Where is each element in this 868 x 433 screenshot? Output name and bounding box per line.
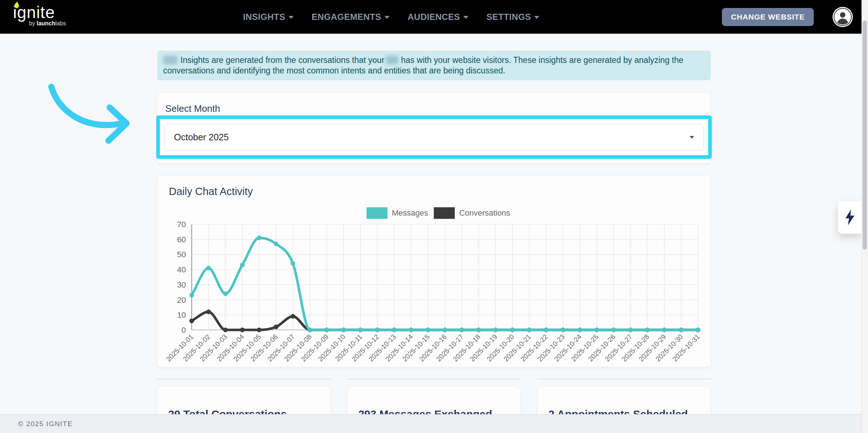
nav-item-engagements[interactable]: ENGAGEMENTS xyxy=(312,12,390,22)
nav-right-group: CHANGE WEBSITE xyxy=(722,0,853,34)
divider xyxy=(157,379,331,379)
svg-text:70: 70 xyxy=(177,220,186,229)
svg-text:30: 30 xyxy=(177,280,186,289)
select-month-card: Select Month October 2025 xyxy=(157,93,711,163)
dropdown-caret-icon xyxy=(690,136,694,139)
svg-text:0: 0 xyxy=(182,326,186,335)
highlight-box: October 2025 xyxy=(156,115,712,159)
chat-widget-tab[interactable] xyxy=(838,201,862,234)
nav-item-audiences[interactable]: AUDIENCES xyxy=(408,12,468,22)
line-chart[interactable]: 0102030405060702025-10-012025-10-022025-… xyxy=(157,211,711,362)
chevron-down-icon xyxy=(463,16,468,19)
change-website-button[interactable]: CHANGE WEBSITE xyxy=(722,8,814,26)
svg-text:60: 60 xyxy=(177,235,186,244)
banner-text: Insights are generated from the conversa… xyxy=(180,55,384,65)
divider xyxy=(537,379,711,379)
main-content: Insights are generated from the conversa… xyxy=(157,34,711,433)
footer: © 2025 IGNITE xyxy=(0,414,868,433)
chevron-down-icon xyxy=(289,16,294,19)
redacted-text xyxy=(386,56,398,64)
nav-item-settings[interactable]: SETTINGS xyxy=(486,12,539,22)
chart-title: Daily Chat Activity xyxy=(169,186,253,198)
divider xyxy=(348,379,521,379)
top-navbar: ignite by launchlabs INSIGHTS ENGAGEMENT… xyxy=(0,0,868,34)
nav-item-insights[interactable]: INSIGHTS xyxy=(243,12,294,22)
month-dropdown[interactable]: October 2025 xyxy=(164,124,704,150)
daily-chat-activity-card: Daily Chat Activity Messages Conversatio… xyxy=(157,176,711,367)
logo-wordmark: ignite xyxy=(13,4,66,21)
svg-text:10: 10 xyxy=(177,310,186,319)
redacted-text xyxy=(163,56,178,64)
ignite-logo[interactable]: ignite by launchlabs xyxy=(13,4,66,27)
svg-text:40: 40 xyxy=(177,265,186,274)
flame-icon xyxy=(13,1,20,9)
user-avatar[interactable] xyxy=(833,7,853,27)
tutorial-arrow-icon xyxy=(43,79,137,151)
svg-text:20: 20 xyxy=(177,296,186,305)
info-banner: Insights are generated from the conversa… xyxy=(157,51,711,80)
svg-text:50: 50 xyxy=(177,250,186,259)
nav-menu: INSIGHTS ENGAGEMENTS AUDIENCES SETTINGS xyxy=(243,0,539,34)
scrollbar[interactable] xyxy=(861,0,868,433)
chevron-down-icon xyxy=(384,16,390,19)
copyright-text: © 2025 IGNITE xyxy=(18,420,73,428)
chevron-down-icon xyxy=(534,16,539,19)
person-icon xyxy=(834,8,852,26)
select-month-label: Select Month xyxy=(165,103,220,114)
lightning-bolt-icon xyxy=(844,209,855,225)
month-dropdown-value: October 2025 xyxy=(174,132,229,143)
scrollbar-thumb[interactable] xyxy=(863,21,867,250)
